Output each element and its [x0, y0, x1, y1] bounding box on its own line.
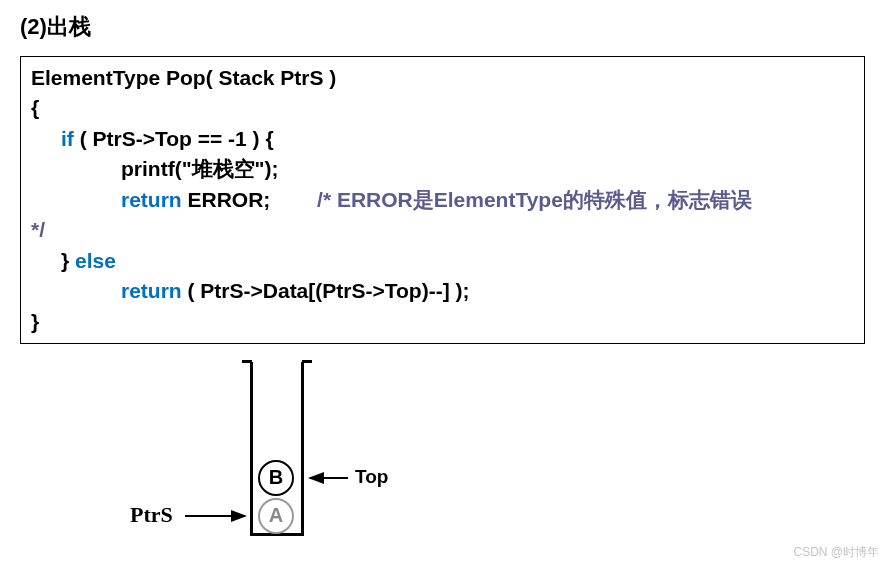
code-line-8-rest: ( PtrS->Data[(PtrS->Top)--] ); — [182, 279, 470, 302]
kw-return-1: return — [121, 188, 182, 211]
stack-diagram: B A PtrS Top — [130, 362, 650, 552]
kw-return-2: return — [121, 279, 182, 302]
arrows-svg — [130, 362, 650, 552]
watermark: CSDN @时博年 — [793, 544, 879, 552]
code-block: ElementType Pop( Stack PtrS ) { if ( Ptr… — [20, 56, 865, 344]
code-line-5-rest: ERROR; — [182, 188, 271, 211]
code-line-9: } — [31, 310, 39, 333]
kw-if: if — [61, 127, 74, 150]
comment-start: /* ERROR是ElementType的特殊值，标志错误 — [317, 188, 752, 211]
code-line-3-rest: ( PtrS->Top == -1 ) { — [74, 127, 274, 150]
code-line-2: { — [31, 96, 39, 119]
kw-else: else — [75, 249, 116, 272]
code-line-1: ElementType Pop( Stack PtrS ) — [31, 66, 336, 89]
code-line-4: printf("堆栈空"); — [121, 157, 279, 180]
section-heading: (2)出栈 — [20, 12, 865, 42]
brace-close: } — [61, 249, 75, 272]
comment-end: */ — [31, 218, 45, 241]
